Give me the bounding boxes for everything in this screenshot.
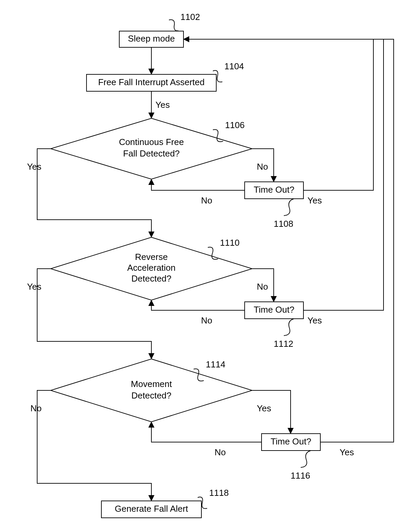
edge-timeout1-no (151, 180, 245, 190)
edge-interrupt-freefall-label: Yes (155, 100, 170, 110)
node-timeout1-label: Time Out? (254, 185, 294, 195)
edge-timeout2-no (151, 301, 245, 310)
node-timeout2-label: Time Out? (254, 305, 294, 315)
ref-1110: 1110 (220, 238, 240, 248)
ref-leader-1108 (284, 199, 294, 216)
ref-leader-1112 (284, 319, 294, 336)
edge-reverse-yes-label: Yes (27, 282, 41, 292)
ref-1102: 1102 (180, 12, 200, 22)
edge-movement-yes-label: Yes (257, 403, 271, 413)
ref-leader-1102 (169, 20, 178, 31)
node-freefall-l1: Continuous Free (119, 137, 184, 147)
node-movement-l2: Detected? (131, 390, 172, 401)
node-reverse-l2: Acceleration (127, 263, 175, 273)
edge-timeout2-no-label: No (201, 315, 212, 325)
flowchart: Sleep mode 1102 Free Fall Interrupt Asse… (0, 0, 419, 532)
ref-1106: 1106 (225, 120, 245, 130)
ref-1116: 1116 (291, 470, 310, 481)
ref-1118: 1118 (209, 488, 229, 498)
node-reverse-l3: Detected? (131, 273, 172, 284)
node-reverse-l1: Reverse (135, 252, 168, 262)
node-movement-l1: Movement (131, 379, 172, 389)
node-interrupt-label: Free Fall Interrupt Asserted (98, 77, 204, 87)
edge-freefall-yes-label: Yes (27, 162, 41, 172)
ref-1114: 1114 (206, 359, 225, 369)
ref-leader-1116 (301, 451, 311, 467)
node-timeout3-label: Time Out? (271, 436, 311, 446)
ref-1108: 1108 (274, 219, 293, 229)
node-alert-label: Generate Fall Alert (115, 504, 189, 514)
edge-reverse-no-label: No (257, 282, 268, 292)
edge-freefall-no-label: No (257, 162, 268, 172)
edge-movement-no-label: No (30, 403, 42, 413)
node-freefall-l2: Fall Detected? (123, 148, 180, 159)
edge-timeout3-no (151, 422, 262, 442)
edge-timeout3-yes-label: Yes (340, 447, 354, 457)
ref-1112: 1112 (274, 339, 293, 349)
edge-timeout2-yes-label: Yes (307, 315, 322, 325)
edge-timeout1-no-label: No (201, 195, 212, 205)
node-sleep-label: Sleep mode (128, 33, 175, 44)
ref-1104: 1104 (224, 61, 244, 71)
edge-timeout3-no-label: No (215, 447, 226, 457)
edge-timeout1-yes (184, 39, 373, 190)
edge-timeout1-yes-label: Yes (307, 195, 322, 205)
